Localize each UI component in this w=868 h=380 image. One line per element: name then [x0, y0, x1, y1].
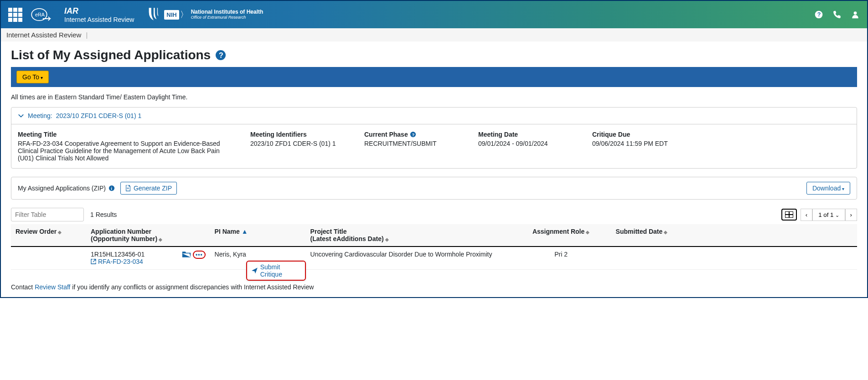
cell-submitted-date — [611, 246, 857, 270]
app-title: IAR — [64, 6, 134, 16]
sort-icon: ◆ — [159, 237, 162, 242]
zip-toolbar: My Assigned Applications (ZIP) i Generat… — [11, 177, 857, 200]
meeting-collapse-header[interactable]: Meeting: 2023/10 ZFD1 CDER-S (01) 1 — [11, 108, 857, 124]
col-pi-name[interactable]: PI Name ▲ — [210, 224, 306, 246]
cell-project-title: Uncovering Cardiovascular Disorder Due t… — [306, 246, 511, 270]
sort-icon: ◆ — [586, 230, 589, 235]
col-app-number[interactable]: Application Number (Opportunity Number)◆ — [86, 224, 177, 246]
col-actions — [177, 224, 210, 246]
meeting-phase-value: RECRUITMENT/SUBMIT — [364, 140, 465, 147]
phone-icon[interactable] — [832, 10, 842, 19]
download-button[interactable]: Download — [806, 182, 850, 195]
nih-block: NIH 〉 National Institutes of Health Offi… — [164, 9, 263, 20]
applications-table: Review Order◆ Application Number (Opport… — [11, 224, 857, 270]
sort-asc-icon: ▲ — [242, 228, 248, 235]
external-link-icon — [91, 259, 96, 264]
prev-page-button[interactable]: ‹ — [801, 209, 812, 221]
help-icon[interactable]: ? — [814, 10, 823, 19]
page-selector[interactable]: 1 of 1 — [812, 209, 845, 221]
breadcrumb-separator: | — [86, 31, 88, 39]
help-icon[interactable]: ? — [410, 131, 416, 138]
hhs-logo — [148, 7, 160, 22]
meeting-date-value: 09/01/2024 - 09/01/2024 — [478, 140, 579, 147]
era-logo: eRA — [30, 5, 57, 24]
goto-button[interactable]: Go To — [16, 71, 49, 83]
app-subtitle: Internet Assisted Review — [64, 16, 134, 23]
paper-plane-icon — [252, 267, 258, 274]
breadcrumb: Internet Assisted Review | — [1, 28, 867, 41]
timezone-note: All times are in Eastern Standard Time/ … — [11, 93, 857, 101]
meeting-title-value: RFA-FD-23-034 Cooperative Agreement to S… — [18, 140, 237, 162]
cell-actions: ••• — [177, 246, 210, 270]
meeting-header-id: 2023/10 ZFD1 CDER-S (01) 1 — [56, 112, 142, 119]
critique-due-label: Critique Due — [592, 131, 692, 138]
meeting-phase-label: Current Phase — [364, 131, 408, 138]
col-review-order[interactable]: Review Order◆ — [11, 224, 86, 246]
table-row: 1R15HL123456-01 RFA-FD-23-034 ••• — [11, 246, 857, 270]
svg-text:i: i — [111, 186, 112, 191]
nih-badge: NIH — [164, 10, 179, 20]
sort-icon: ◆ — [58, 230, 62, 235]
meeting-identifiers-label: Meeting Identifiers — [250, 131, 351, 138]
zip-label: My Assigned Applications (ZIP) — [18, 185, 106, 192]
critique-due-value: 09/06/2024 11:59 PM EDT — [592, 140, 692, 147]
generate-zip-button[interactable]: Generate ZIP — [120, 182, 177, 195]
cell-app-number: 1R15HL123456-01 RFA-FD-23-034 — [86, 246, 177, 270]
review-staff-link[interactable]: Review Staff — [35, 283, 70, 291]
svg-text:eRA: eRA — [35, 12, 45, 17]
col-assignment-role[interactable]: Assignment Role◆ — [511, 224, 611, 246]
col-project-title[interactable]: Project Title (Latest eAdditions Date)◆ — [306, 224, 511, 246]
submit-critique-menu-item[interactable]: Submit Critique — [246, 261, 306, 281]
svg-point-4 — [854, 11, 857, 15]
svg-text:?: ? — [219, 51, 223, 59]
file-icon — [125, 185, 131, 191]
meeting-header-label: Meeting: — [28, 112, 52, 119]
user-icon[interactable] — [851, 10, 860, 19]
help-icon[interactable]: ? — [215, 50, 226, 61]
goto-toolbar: Go To — [11, 67, 857, 87]
breadcrumb-item[interactable]: Internet Assisted Review — [6, 31, 81, 39]
table-view-toggle[interactable] — [781, 209, 797, 221]
sort-icon: ◆ — [385, 237, 389, 242]
meeting-identifiers-value: 2023/10 ZFD1 CDER-S (01) 1 — [250, 140, 351, 147]
chevron-down-icon — [18, 113, 24, 119]
nih-text-1: National Institutes of Health — [191, 9, 264, 15]
svg-rect-11 — [127, 188, 129, 188]
results-count: 1 Results — [90, 211, 117, 218]
page-title: List of My Assigned Applications — [11, 48, 211, 62]
meeting-date-label: Meeting Date — [478, 131, 579, 138]
filter-table-input[interactable] — [11, 208, 84, 221]
table-icon — [785, 211, 793, 218]
opportunity-link[interactable]: RFA-FD-23-034 — [91, 258, 143, 265]
folder-icon[interactable] — [182, 251, 191, 259]
meeting-title-label: Meeting Title — [18, 131, 237, 138]
cell-review-order — [11, 246, 86, 270]
sort-icon: ◆ — [664, 230, 667, 235]
cell-pi-name: Neris, Kyra Submit Critique — [210, 246, 306, 270]
info-icon[interactable]: i — [108, 185, 115, 191]
col-submitted-date[interactable]: Submitted Date◆ — [611, 224, 857, 246]
app-title-block: IAR Internet Assisted Review — [64, 6, 134, 23]
nih-text-2: Office of Extramural Research — [191, 15, 264, 20]
svg-text:?: ? — [412, 132, 414, 137]
app-header: eRA IAR Internet Assisted Review NIH 〉 N… — [1, 1, 867, 28]
next-page-button[interactable]: › — [845, 209, 857, 221]
svg-rect-12 — [127, 189, 129, 189]
apps-menu-icon[interactable] — [8, 8, 22, 22]
cell-assignment-role: Pri 2 — [511, 246, 611, 270]
more-actions-button[interactable]: ••• — [193, 251, 206, 259]
footer-note: Contact Review Staff if you identify any… — [11, 283, 857, 291]
meeting-panel: Meeting: 2023/10 ZFD1 CDER-S (01) 1 Meet… — [11, 107, 857, 169]
svg-text:?: ? — [817, 11, 821, 18]
chevron-right-icon: 〉 — [180, 9, 188, 20]
